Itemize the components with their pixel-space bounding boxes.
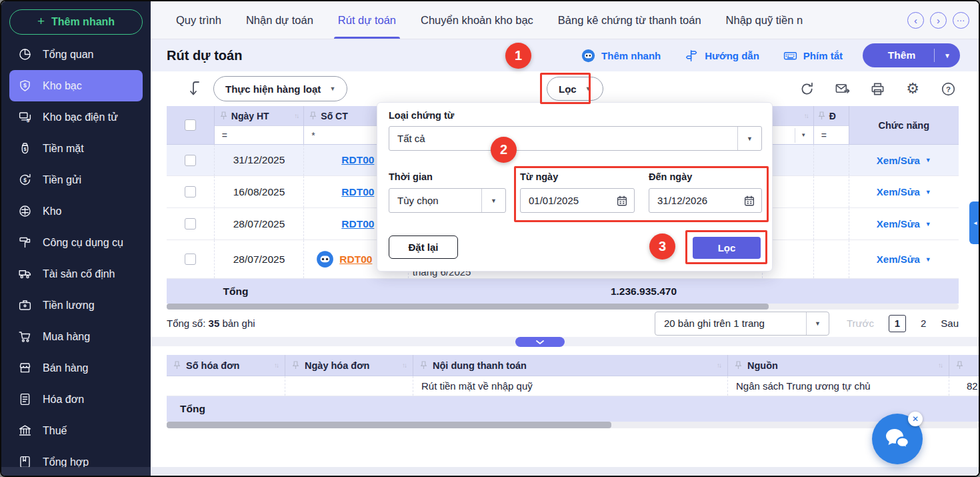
filter-dropdown-button[interactable]: Lọc ▼	[547, 77, 603, 101]
sidebar-item-kho-bac[interactable]: $Kho bạc	[9, 70, 143, 101]
sort-icon[interactable]: ↑↓	[402, 362, 406, 369]
chat-close-icon[interactable]: ✕	[908, 412, 923, 426]
pin-icon[interactable]	[956, 361, 963, 370]
view-edit-action[interactable]: Xem/Sửa▼	[849, 176, 959, 207]
tab-chuyen-khoan-kho-bac[interactable]: Chuyển khoản kho bạc	[421, 1, 533, 39]
header-link-huong-dan[interactable]: Hướng dẫn	[685, 49, 759, 63]
help-icon[interactable]: ?	[940, 81, 956, 97]
page-2-button[interactable]: 2	[921, 318, 926, 329]
view-edit-action[interactable]: Xem/Sửa▼	[849, 240, 959, 278]
pin-icon[interactable]	[735, 361, 742, 370]
tab-quy-trinh[interactable]: Quy trình	[176, 1, 221, 39]
bottom-strip	[151, 467, 979, 476]
doc-no-link[interactable]: RDT00	[341, 218, 374, 230]
detail-total-row: Tổng	[167, 396, 979, 422]
tabs-more-icon[interactable]: …	[953, 12, 969, 29]
to-date-input[interactable]: 31/12/2026	[649, 188, 762, 213]
sort-icon[interactable]: ↑↓	[804, 112, 808, 119]
sort-icon[interactable]: ↑↓	[938, 362, 942, 369]
tab-nhan-du-toan[interactable]: Nhận dự toán	[246, 1, 313, 39]
sort-icon[interactable]: ↑↓	[717, 362, 721, 369]
row-checkbox[interactable]	[185, 186, 196, 197]
header-link-phim-tat[interactable]: Phím tắt	[783, 49, 843, 63]
pin-icon[interactable]	[818, 111, 825, 120]
from-date-label: Từ ngày	[520, 171, 558, 182]
record-count: 35	[209, 318, 220, 329]
chevron-down-icon[interactable]: ▼	[935, 52, 960, 59]
sidebar-item-ban-hang[interactable]: Bán hàng	[9, 352, 143, 384]
tabs-scroll-left-icon[interactable]: ‹	[907, 12, 924, 29]
sidebar-item-hoa-don[interactable]: Hóa đơn	[9, 384, 143, 415]
reset-button[interactable]: Đặt lại	[389, 235, 458, 259]
ecard-icon: $	[17, 109, 33, 125]
collapse-section-button[interactable]	[515, 337, 565, 347]
sidebar-item-cong-cu-dung-cu[interactable]: Công cụ dụng cụ	[9, 227, 143, 258]
sidebar-item-label: Tổng quan	[43, 49, 94, 61]
header-link-them-nhanh[interactable]: Thêm nhanh	[581, 49, 661, 63]
filter-cell-date[interactable]: =	[215, 125, 304, 144]
sidebar-item-tai-san-co-dinh[interactable]: Tài sản cố định	[9, 258, 143, 290]
tab-rut-du-toan[interactable]: Rút dự toán	[338, 1, 396, 39]
pin-icon[interactable]	[420, 361, 427, 370]
from-date-input[interactable]: 01/01/2025	[520, 188, 635, 213]
row-checkbox[interactable]	[185, 155, 196, 166]
sidebar-item-tien-luong[interactable]: Tiền lương	[9, 290, 143, 321]
robot-icon	[581, 49, 595, 63]
doc-type-select[interactable]: Tất cả ▼	[389, 126, 762, 151]
sort-icon[interactable]: ↑↓	[294, 112, 298, 119]
row-checkbox[interactable]	[185, 254, 196, 265]
sort-icon[interactable]: ↑↓	[274, 362, 278, 369]
row-checkbox-cell	[167, 240, 215, 278]
pin-icon[interactable]	[173, 361, 181, 370]
assistant-avatar-icon	[316, 250, 334, 268]
page-size-select[interactable]: 20 bản ghi trên 1 trang ▼	[655, 312, 829, 336]
pagination-bar: Tổng số: 35 bản ghi 20 bản ghi trên 1 tr…	[151, 310, 979, 337]
prev-page-button[interactable]: Trước	[847, 318, 874, 329]
sidebar-item-tien-mat[interactable]: $Tiền mặt	[9, 133, 143, 164]
time-range-select[interactable]: Tùy chọn ▼	[389, 188, 506, 213]
sidebar-item-kho[interactable]: Kho	[9, 195, 143, 227]
apply-filter-button[interactable]: Lọc	[693, 237, 761, 259]
sidebar-item-tong-quan[interactable]: Tổng quan	[9, 39, 143, 70]
scrollbar-thumb[interactable]	[167, 304, 769, 310]
doc-no-link[interactable]: RDT00	[341, 186, 374, 198]
settings-gear-icon[interactable]: ⚙	[905, 81, 921, 97]
view-edit-action[interactable]: Xem/Sửa▼	[849, 208, 959, 240]
select-all-checkbox[interactable]	[185, 119, 196, 131]
send-mail-icon[interactable]	[834, 81, 850, 97]
tab-bang-ke-chung-tu-thanh-toan[interactable]: Bảng kê chứng từ thanh toán	[558, 1, 701, 39]
refresh-icon[interactable]	[799, 81, 815, 97]
sidebar-item-label: Công cụ dụng cụ	[43, 237, 123, 249]
add-button[interactable]: Thêm ▼	[863, 43, 960, 67]
quick-add-button[interactable]: + Thêm nhanh	[9, 9, 143, 35]
bulk-action-dropdown[interactable]: Thực hiện hàng loạt ▼	[213, 76, 347, 101]
section-divider	[151, 337, 979, 346]
scrollbar-thumb[interactable]	[167, 422, 611, 428]
calendar-icon[interactable]	[743, 195, 755, 207]
pin-icon[interactable]	[220, 111, 227, 120]
sort-arrow-icon[interactable]	[188, 80, 204, 97]
detail-col-header: Nội dung thanh toán↑↓	[413, 355, 728, 376]
next-page-button[interactable]: Sau	[941, 318, 959, 329]
pin-icon[interactable]	[309, 111, 317, 120]
calendar-icon[interactable]	[616, 195, 628, 207]
tabs-scroll-right-icon[interactable]: ›	[930, 12, 947, 29]
tab-nhap-quy-tien[interactable]: Nhập quỹ tiền n	[726, 1, 803, 39]
row-checkbox[interactable]	[185, 218, 196, 229]
doc-no-link[interactable]: RDT00	[341, 154, 374, 166]
filter-dropdown-icon[interactable]: ▼	[795, 128, 812, 143]
sidebar-item-mua-hang[interactable]: Mua hàng	[9, 321, 143, 352]
doc-no-link[interactable]: RDT00	[339, 254, 372, 266]
side-panel-toggle[interactable]: ◄	[969, 201, 980, 244]
view-edit-action[interactable]: Xem/Sửa▼	[849, 145, 959, 175]
sidebar-item-tien-gui[interactable]: $Tiền gửi	[9, 164, 143, 195]
sidebar-item-kho-bac-dien-tu[interactable]: $Kho bạc điện tử	[9, 101, 143, 133]
page-1-button[interactable]: 1	[889, 315, 906, 332]
print-icon[interactable]	[869, 81, 885, 97]
filter-cell-d[interactable]: =	[814, 125, 849, 144]
sidebar-item-label: Hóa đơn	[43, 394, 84, 406]
sidebar-item-thue[interactable]: Thuế	[9, 415, 143, 446]
pin-icon[interactable]	[292, 361, 299, 370]
cell-extra: 82	[949, 376, 979, 396]
detail-table-row[interactable]: Rút tiền mặt về nhập quỹ Ngân sách Trung…	[167, 376, 979, 396]
